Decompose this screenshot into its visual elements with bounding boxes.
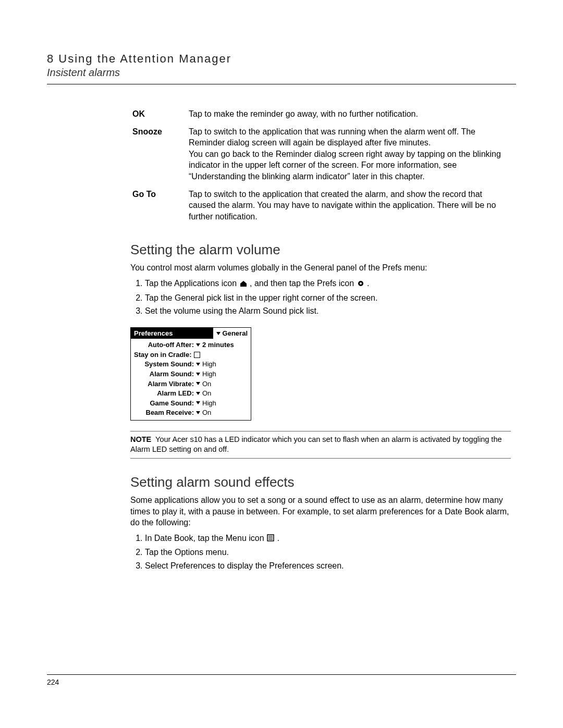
pref-label: Beam Receive: [134,408,196,417]
step-item: Tap the General pick list in the upper r… [145,292,511,304]
definition-term: OK [130,105,187,123]
definition-desc: Tap to make the reminder go away, with n… [187,105,511,123]
definition-row: Go To Tap to switch to the application t… [130,186,511,226]
preferences-row: Beam Receive: On [134,408,248,417]
pref-label: System Sound: [134,360,196,369]
step-text: In Date Book, tap the Menu icon [145,534,266,542]
applications-icon [239,279,248,290]
pref-value[interactable]: High [202,399,216,408]
pref-value[interactable]: On [202,408,211,417]
step-item: Tap the Options menu. [145,547,511,558]
page-content: OK Tap to make the reminder go away, wit… [130,105,511,572]
pref-value[interactable]: High [202,369,216,379]
definition-term: Go To [130,186,187,226]
dropdown-icon [196,363,200,366]
menu-icon [266,534,275,545]
step-item: Select Preferences to display the Prefer… [145,560,511,572]
dropdown-icon [196,411,200,414]
step-item: Set the volume using the Alarm Sound pic… [145,305,511,317]
dropdown-icon [196,401,200,404]
definition-row: Snooze Tap to switch to the application … [130,123,511,186]
dropdown-value: General [223,329,248,337]
preferences-header: Preferences General [131,328,251,339]
pref-label: Game Sound: [134,399,196,408]
footer-rule [47,674,516,675]
page-header: 8 Using the Attention Manager Insistent … [47,52,516,79]
dropdown-icon [216,332,221,335]
document-page: 8 Using the Attention Manager Insistent … [0,0,563,728]
pref-value[interactable]: On [202,389,211,398]
note-text: Your Acer s10 has a LED indicator which … [130,435,502,454]
steps-list: In Date Book, tap the Menu icon . Tap th… [130,533,511,572]
preferences-panel: Preferences General Auto-off After: 2 mi… [130,327,251,421]
pref-label: Alarm LED: [134,389,196,398]
preferences-row: Alarm Sound: High [134,369,248,379]
pref-value[interactable]: High [202,360,216,369]
chapter-title: 8 Using the Attention Manager [47,52,516,66]
chapter-subtitle: Insistent alarms [47,67,516,79]
preferences-body: Auto-off After: 2 minutes Stay on in Cra… [131,339,251,419]
preferences-category-dropdown[interactable]: General [213,328,251,339]
step-item: Tap the Applications icon , and then tap… [145,278,511,290]
definition-row: OK Tap to make the reminder go away, wit… [130,105,511,123]
dropdown-icon [196,343,200,347]
page-footer: 224 [47,674,516,686]
note-label: NOTE [130,435,151,443]
pref-value[interactable]: 2 minutes [202,340,234,350]
preferences-row: Auto-off After: 2 minutes [134,340,248,350]
definition-term: Snooze [130,123,187,186]
prefs-icon [357,279,365,290]
step-text: , and then tap the Prefs icon [250,279,357,288]
section-heading: Setting the alarm volume [130,241,511,259]
pref-value[interactable]: On [202,379,211,389]
preferences-row: Game Sound: High [134,399,248,408]
svg-point-1 [360,282,362,285]
preferences-row: Alarm Vibrate: On [134,379,248,389]
preferences-row: Alarm LED: On [134,389,248,398]
dropdown-icon [196,392,200,395]
pref-label: Alarm Vibrate: [134,379,196,389]
definition-list: OK Tap to make the reminder go away, wit… [130,105,511,225]
steps-list: Tap the Applications icon , and then tap… [130,278,511,317]
pref-label: Alarm Sound: [134,369,196,379]
dropdown-icon [196,373,200,376]
step-text: . [367,279,369,288]
preferences-row: Stay on in Cradle: [134,350,248,360]
header-rule [47,84,516,84]
definition-desc: Tap to switch to the application that wa… [187,123,511,186]
pref-label: Auto-off After: [134,340,196,350]
dropdown-icon [196,382,200,385]
step-text: . [277,534,279,542]
section-intro: You control most alarm volumes globally … [130,262,511,274]
step-text: Tap the Applications icon [145,279,239,288]
checkbox-icon[interactable] [194,352,200,358]
section-intro: Some applications allow you to set a son… [130,495,511,528]
definition-desc: Tap to switch to the application that cr… [187,186,511,226]
preferences-title: Preferences [131,328,176,339]
section-heading: Setting alarm sound effects [130,473,511,491]
preferences-row: System Sound: High [134,360,248,369]
note-block: NOTE Your Acer s10 has a LED indicator w… [130,431,511,459]
pref-label: Stay on in Cradle: [134,350,194,360]
page-number: 224 [47,678,516,686]
step-item: In Date Book, tap the Menu icon . [145,533,511,545]
